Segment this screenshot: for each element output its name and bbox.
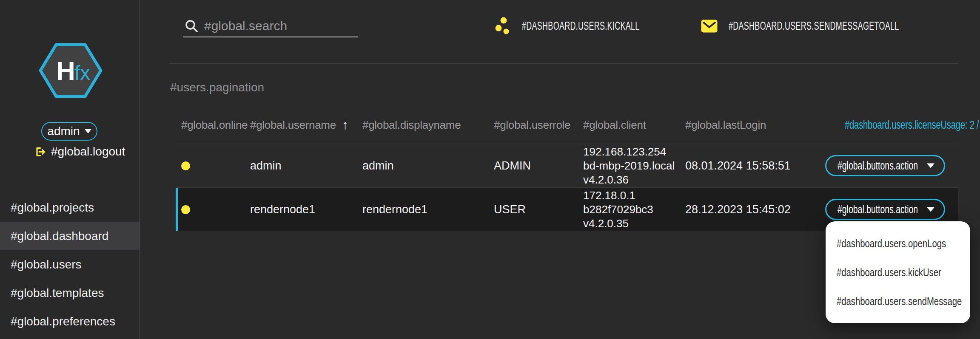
column-header-label: #global.lastLogin: [685, 119, 766, 132]
search-input[interactable]: [183, 15, 358, 37]
send-message-to-all-button[interactable]: #DASHBOARD.USERS.SENDMESSAGETOALL: [701, 13, 980, 39]
users-table: #global.online #global.username ↑ #globa…: [176, 106, 958, 231]
logout-icon: [34, 146, 46, 158]
username-cell: admin: [250, 159, 362, 172]
userrole-cell: ADMIN: [494, 159, 583, 172]
chevron-down-icon: [927, 164, 934, 168]
column-header-online[interactable]: #global.online: [176, 119, 250, 132]
online-cell: [176, 161, 250, 170]
action-button-label: #global.buttons.action: [838, 203, 918, 216]
sidebar-nav: #global.projects #global.dashboard #glob…: [0, 193, 140, 336]
lastlogin-cell: 28.12.2023 15:45:02: [685, 203, 789, 216]
online-cell: [176, 205, 250, 214]
column-header-label: #global.displayname: [362, 119, 461, 132]
menu-item-label: #dashboard.users.openLogs: [837, 237, 946, 250]
kick-all-users-label: #DASHBOARD.USERS.KICKALL: [522, 19, 640, 33]
row-action-dropdown-button[interactable]: #global.buttons.action: [825, 155, 945, 176]
client-ip: 192.168.123.254: [583, 145, 685, 159]
sidebar-item-label: #global.projects: [11, 201, 94, 215]
client-version: v4.2.0.36: [583, 173, 685, 187]
client-host: b282f7029bc3: [583, 203, 685, 217]
menu-item-label: #dashboard.users.sendMessage: [837, 295, 962, 308]
displayname-cell: admin: [362, 159, 494, 172]
action-button-label: #global.buttons.action: [838, 159, 918, 172]
sidebar-item-projects[interactable]: #global.projects: [0, 193, 140, 222]
menu-item-open-logs[interactable]: #dashboard.users.openLogs: [826, 229, 970, 258]
column-header-label: #global.userrole: [494, 119, 570, 132]
column-header-lastlogin[interactable]: #global.lastLogin: [685, 119, 789, 132]
username-cell: rendernode1: [250, 203, 362, 216]
column-header-label: #global.client: [583, 119, 646, 132]
logout-button[interactable]: #global.logout: [34, 144, 125, 159]
lastlogin-cell: 08.01.2024 15:58:51: [685, 159, 789, 172]
menu-item-kick-user[interactable]: #dashboard.users.kickUser: [826, 258, 970, 287]
app-root: H fx admin #global.logout #global.projec…: [0, 0, 980, 339]
sidebar-item-label: #global.dashboard: [11, 229, 108, 243]
action-cell: #global.buttons.action: [789, 199, 958, 220]
logo-letter-sub: fx: [74, 62, 90, 84]
client-cell: 192.168.123.254 bd-mbp-2019.local v4.2.0…: [583, 145, 685, 187]
client-host: bd-mbp-2019.local: [583, 159, 685, 173]
client-version: v4.2.0.35: [583, 217, 685, 231]
client-cell: 172.18.0.1 b282f7029bc3 v4.2.0.35: [583, 189, 685, 231]
menu-item-label: #dashboard.users.kickUser: [837, 266, 941, 279]
column-header-label: #global.online: [181, 119, 248, 132]
sidebar-item-templates[interactable]: #global.templates: [0, 279, 140, 307]
current-user-dropdown[interactable]: admin: [41, 122, 97, 141]
column-header-username[interactable]: #global.username ↑: [250, 119, 362, 132]
mail-icon: [701, 20, 718, 33]
sidebar-item-label: #global.templates: [11, 286, 104, 300]
userrole-cell: USER: [494, 203, 583, 216]
displayname-cell: rendernode1: [362, 203, 494, 216]
table-row[interactable]: admin admin ADMIN 192.168.123.254 bd-mbp…: [176, 144, 958, 187]
client-ip: 172.18.0.1: [583, 189, 685, 203]
kick-all-users-button[interactable]: #DASHBOARD.USERS.KICKALL: [495, 13, 706, 39]
bubbles-icon: [495, 17, 511, 35]
search-field: [183, 15, 358, 37]
column-header-userrole[interactable]: #global.userrole: [494, 119, 583, 132]
logo-letter-main: H: [56, 56, 75, 85]
logout-label: #global.logout: [51, 145, 125, 158]
sort-ascending-icon: ↑: [342, 119, 348, 131]
online-status-icon: [181, 205, 190, 214]
send-message-to-all-label: #DASHBOARD.USERS.SENDMESSAGETOALL: [729, 19, 899, 33]
action-dropdown-menu: #dashboard.users.openLogs #dashboard.use…: [826, 221, 970, 323]
sidebar-item-label: #global.preferences: [11, 315, 115, 328]
table-header-row: #global.online #global.username ↑ #globa…: [176, 106, 958, 144]
sidebar-item-preferences[interactable]: #global.preferences: [0, 307, 140, 336]
sidebar-item-users[interactable]: #global.users: [0, 250, 140, 279]
column-header-label: #global.username: [250, 119, 336, 132]
chevron-down-icon: [927, 207, 934, 212]
sidebar-item-dashboard[interactable]: #global.dashboard: [0, 222, 140, 250]
chevron-down-icon: [85, 129, 91, 133]
column-header-displayname[interactable]: #global.displayname: [362, 119, 494, 132]
app-logo[interactable]: H fx: [38, 42, 103, 100]
pagination-label: #users.pagination: [170, 81, 264, 94]
topbar-divider: [169, 63, 958, 64]
menu-item-send-message[interactable]: #dashboard.users.sendMessage: [826, 287, 970, 316]
sidebar-item-label: #global.users: [11, 258, 82, 271]
sidebar: H fx admin #global.logout #global.projec…: [0, 0, 140, 339]
row-action-dropdown-button[interactable]: #global.buttons.action: [825, 199, 945, 220]
license-usage-label: #dashboard.users.licenseUsage: 2 / 5 (40…: [789, 119, 980, 132]
hexagon-logo-icon: H fx: [38, 42, 103, 99]
online-status-icon: [181, 161, 190, 170]
column-header-client[interactable]: #global.client: [583, 119, 685, 132]
current-user-label: admin: [47, 124, 80, 138]
action-cell: #global.buttons.action: [789, 155, 958, 176]
